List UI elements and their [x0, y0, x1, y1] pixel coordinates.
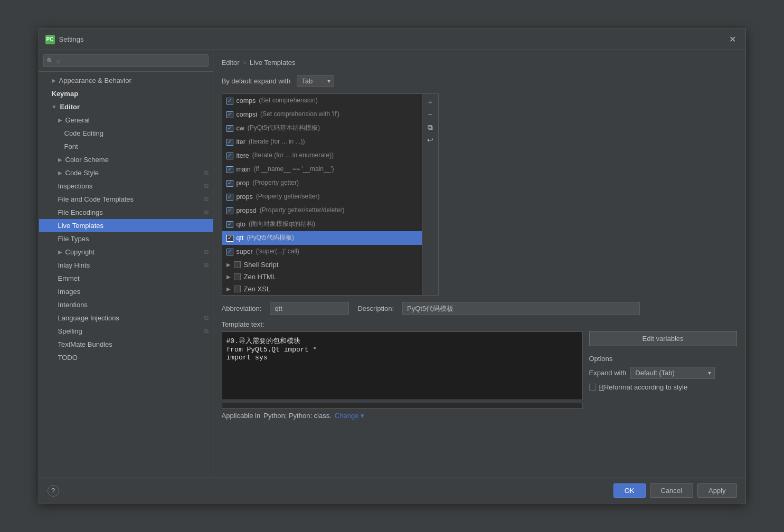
sidebar-item-editor[interactable]: ▼ Editor: [39, 100, 213, 113]
template-abbr: qto: [237, 219, 245, 230]
template-item-compsi[interactable]: ✓ compsi (Set comprehension with 'if'): [222, 108, 422, 121]
description-input[interactable]: [402, 302, 640, 315]
scrollbar-hint: [222, 403, 583, 408]
sidebar-item-label: File Encodings: [58, 208, 103, 216]
options-expand-select[interactable]: Default (Tab) Enter Space Tab: [630, 367, 715, 379]
options-select-wrapper: Default (Tab) Enter Space Tab: [630, 367, 715, 379]
group-checkbox-shell[interactable]: [234, 261, 241, 268]
add-button[interactable]: +: [424, 96, 436, 108]
sidebar-item-appearance[interactable]: ▶ Appearance & Behavior: [39, 74, 213, 87]
search-input[interactable]: [43, 54, 209, 67]
help-button[interactable]: ?: [48, 485, 59, 497]
checkbox-prop[interactable]: ✓: [226, 180, 233, 187]
content-area: ▶ Appearance & Behavior Keymap ▼ Editor …: [39, 50, 745, 478]
apply-button[interactable]: Apply: [697, 483, 737, 498]
template-item-props[interactable]: ✓ props (Property getter/setter): [222, 190, 422, 204]
sidebar-item-live-templates[interactable]: Live Templates: [39, 219, 213, 232]
sidebar-list: ▶ Appearance & Behavior Keymap ▼ Editor …: [39, 72, 213, 478]
checkbox-compsi[interactable]: ✓: [226, 111, 233, 118]
checkbox-super[interactable]: ✓: [226, 249, 233, 255]
sidebar-item-label: Code Editing: [64, 129, 103, 137]
sidebar-item-inspections[interactable]: Inspections ⧉: [39, 179, 213, 193]
sidebar-item-color-scheme[interactable]: ▶ Color Scheme: [39, 153, 213, 166]
title-bar: PC Settings ✕: [39, 29, 745, 50]
checkbox-itere[interactable]: ✓: [226, 153, 233, 159]
arrow-icon: ▶: [58, 157, 62, 163]
sidebar-item-file-encodings[interactable]: File Encodings ⧉: [39, 206, 213, 219]
template-item-prop[interactable]: ✓ prop (Property getter): [222, 176, 422, 190]
ok-button[interactable]: OK: [613, 483, 646, 498]
template-group-shell[interactable]: ▶ Shell Script: [222, 259, 422, 271]
template-item-cw[interactable]: ✓ cw (PyQt5代码基本结构模板): [222, 121, 422, 135]
group-checkbox-zenxsl[interactable]: [234, 286, 241, 292]
sidebar-item-file-types[interactable]: File Types: [39, 232, 213, 245]
arrow-icon: ▶: [58, 117, 62, 123]
template-item-itere[interactable]: ✓ itere (Iterate (for ... in enumerate)): [222, 149, 422, 163]
side-buttons: + − ⧉ ↩: [422, 93, 439, 296]
sidebar-item-inlay-hints[interactable]: Inlay Hints ⧉: [39, 259, 213, 272]
sidebar-item-label: General: [65, 116, 90, 124]
sidebar-item-code-editing[interactable]: Code Editing: [39, 127, 213, 140]
template-item-comps[interactable]: ✓ comps (Set comprehension): [222, 94, 422, 108]
template-item-propsd[interactable]: ✓ propsd (Property getter/setter/deleter…: [222, 204, 422, 217]
checkbox-propsd[interactable]: ✓: [226, 207, 233, 214]
applicable-change-link[interactable]: Change ▾: [335, 412, 364, 420]
sidebar-item-keymap[interactable]: Keymap: [39, 87, 213, 100]
sidebar-item-language-injections[interactable]: Language Injections ⧉: [39, 311, 213, 325]
expand-with-select[interactable]: Tab Enter Space: [297, 75, 334, 87]
checkbox-qtt[interactable]: ✓: [226, 235, 233, 242]
sidebar-item-spelling[interactable]: Spelling ⧉: [39, 325, 213, 338]
sidebar-item-label: Inlay Hints: [58, 261, 90, 269]
template-abbr: props: [237, 192, 253, 202]
sidebar-item-code-style[interactable]: ▶ Code Style ⧉: [39, 166, 213, 179]
sidebar-item-emmet[interactable]: Emmet: [39, 272, 213, 285]
arrow-icon: ▼: [52, 104, 57, 110]
reformat-checkbox[interactable]: [589, 384, 596, 391]
sidebar-item-label: Color Scheme: [65, 156, 109, 164]
template-desc: ('super(...)' call): [256, 246, 299, 256]
template-list-section: ✓ comps (Set comprehension) ✓ compsi (Se…: [222, 93, 737, 296]
template-abbr: prop: [237, 178, 250, 188]
edit-variables-button[interactable]: Edit variables: [589, 331, 737, 346]
group-arrow-icon: ▶: [226, 286, 231, 292]
checkbox-main[interactable]: ✓: [226, 166, 233, 173]
group-label: Shell Script: [244, 261, 279, 269]
group-checkbox-zenhtml[interactable]: [234, 273, 241, 280]
template-group-zenhtml[interactable]: ▶ Zen HTML: [222, 271, 422, 283]
template-item-super[interactable]: ✓ super ('super(...)' call): [222, 245, 422, 259]
expand-select-wrapper: Tab Enter Space: [297, 75, 334, 87]
template-textarea[interactable]: #0.导入需要的包和模块 from PyQt5.Qt import * impo…: [222, 331, 583, 400]
remove-button[interactable]: −: [424, 109, 436, 120]
sidebar-item-intentions[interactable]: Intentions: [39, 298, 213, 311]
cancel-button[interactable]: Cancel: [650, 483, 693, 498]
template-desc: (Property getter): [253, 178, 299, 188]
template-item-main[interactable]: ✓ main (if __name__ == '__main__'): [222, 163, 422, 176]
template-desc: (Iterate (for ... in enumerate)): [252, 150, 334, 160]
sidebar-item-general[interactable]: ▶ General: [39, 113, 213, 127]
sidebar-item-label: Font: [64, 142, 78, 150]
sidebar-item-images[interactable]: Images: [39, 285, 213, 298]
copy-button[interactable]: ⧉: [424, 121, 436, 133]
sidebar-item-todo[interactable]: TODO: [39, 351, 213, 364]
sidebar-item-copyright[interactable]: ▶ Copyright ⧉: [39, 245, 213, 259]
template-group-zenxsl[interactable]: ▶ Zen XSL: [222, 283, 422, 295]
sidebar-item-file-code-templates[interactable]: File and Code Templates ⧉: [39, 193, 213, 206]
checkbox-comps[interactable]: ✓: [226, 98, 233, 104]
sidebar-item-font[interactable]: Font: [39, 140, 213, 153]
sidebar-item-label: Keymap: [52, 90, 79, 98]
change-label: Change: [335, 412, 359, 420]
checkbox-iter[interactable]: ✓: [226, 139, 233, 146]
group-arrow-icon: ▶: [226, 274, 231, 280]
checkbox-props[interactable]: ✓: [226, 194, 233, 201]
checkbox-cw[interactable]: ✓: [226, 125, 233, 132]
fields-row: Abbreviation: Description:: [222, 302, 737, 315]
reset-button[interactable]: ↩: [424, 134, 436, 146]
template-item-iter[interactable]: ✓ iter (Iterate (for ... in ...)): [222, 135, 422, 149]
template-abbr: iter: [237, 137, 245, 147]
checkbox-qto[interactable]: ✓: [226, 221, 233, 228]
close-button[interactable]: ✕: [726, 33, 739, 45]
template-item-qto[interactable]: ✓ qto (面向对象模板qt的结构): [222, 217, 422, 231]
abbreviation-input[interactable]: [270, 302, 349, 315]
sidebar-item-textmate[interactable]: TextMate Bundles: [39, 338, 213, 351]
template-item-qtt[interactable]: ✓ qtt (PyQt5代码模板): [222, 231, 422, 245]
